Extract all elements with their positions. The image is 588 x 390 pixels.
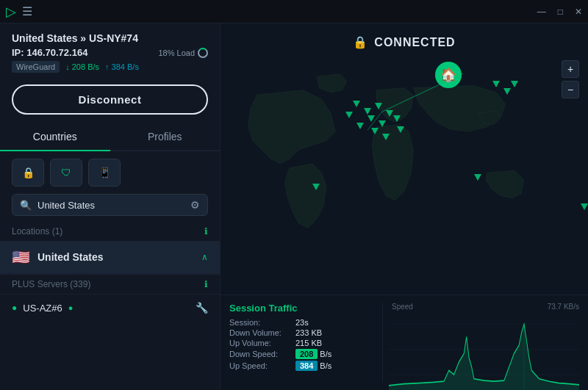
minimize-button[interactable]: — — [537, 7, 546, 17]
stat-down-vol-value: 233 KB — [295, 328, 322, 337]
maximize-button[interactable]: □ — [558, 7, 563, 17]
chart-max-value: 73.7 KB/s — [548, 303, 579, 311]
wrench-icon[interactable]: 🔧 — [196, 302, 208, 314]
country-name: United States — [37, 251, 103, 263]
stat-up-vol-label: Up Volume: — [229, 339, 295, 347]
close-button[interactable]: ✕ — [575, 7, 582, 17]
country-item-usa[interactable]: 🇺🇸 United States ∧ — [0, 241, 220, 274]
stat-down-vol-label: Down Volume: — [229, 328, 295, 337]
vpn-node — [503, 88, 511, 95]
tab-profiles[interactable]: Profiles — [110, 123, 220, 150]
vpn-node — [474, 174, 481, 181]
load-value: 18% Load — [158, 48, 195, 57]
right-panel: 🔒 CONNECTED — [220, 24, 588, 390]
titlebar-controls: — □ ✕ — [537, 7, 582, 17]
zoom-out-button[interactable]: − — [562, 81, 579, 98]
stat-session-value: 23s — [295, 318, 309, 327]
map-area: 🏠 — [220, 24, 588, 295]
ip-row: IP: 146.70.72.164 18% Load — [12, 47, 208, 58]
stat-session-label: Session: — [229, 318, 295, 327]
session-panel: Session Traffic Session: 23s Down Volume… — [220, 295, 588, 390]
filter-p2p-button[interactable]: 📱 — [88, 159, 121, 187]
speed-display: ↓ 208 B/s ↑ 384 B/s — [65, 62, 139, 71]
main-layout: United States » US-NY#74 IP: 146.70.72.1… — [0, 24, 588, 390]
server-connected-icon: ● — [68, 303, 74, 312]
stat-row-up-speed: Up Speed: 384 B/s — [229, 361, 376, 371]
session-title: Session Traffic — [229, 303, 376, 314]
map-controls: + − — [562, 60, 579, 98]
chart-area: Speed 73.7 KB/s — [382, 303, 579, 383]
plus-servers-label: PLUS Servers (339) — [12, 279, 90, 289]
stat-down-speed-label: Down Speed: — [229, 350, 295, 358]
stat-down-speed-badge: 208 — [295, 349, 318, 359]
connection-info: United States » US-NY#74 IP: 146.70.72.1… — [0, 24, 220, 79]
titlebar: ▷ ☰ — □ ✕ — [0, 0, 588, 24]
filter-all-button[interactable]: 🔒 — [12, 159, 44, 187]
stat-row-down-speed: Down Speed: 208 B/s — [229, 349, 376, 359]
plus-info-icon[interactable]: ℹ — [204, 279, 208, 289]
settings-icon[interactable]: ⚙ — [190, 199, 200, 211]
home-pin: 🏠 — [435, 62, 462, 88]
download-speed: ↓ 208 B/s — [65, 62, 99, 71]
vpn-node — [379, 120, 386, 127]
locations-header: Locations (1) ℹ — [0, 222, 220, 241]
connected-label: CONNECTED — [374, 36, 455, 49]
vpn-node — [511, 81, 518, 87]
vpn-node — [386, 110, 393, 117]
search-input[interactable] — [37, 200, 184, 211]
usa-flag-icon: 🇺🇸 — [12, 248, 30, 266]
zoom-in-button[interactable]: + — [562, 60, 579, 78]
lock-icon: 🔒 — [353, 35, 368, 49]
menu-icon[interactable]: ☰ — [22, 4, 32, 18]
titlebar-left: ▷ ☰ — [6, 4, 32, 20]
stat-up-unit: B/s — [320, 361, 331, 370]
chart-speed-label: Speed — [392, 303, 413, 311]
load-circle-icon — [198, 48, 208, 58]
tab-countries[interactable]: Countries — [0, 123, 110, 151]
server-name-label: US-AZ#6 — [23, 303, 62, 314]
filter-row: 🔒 🛡 📱 — [0, 151, 220, 194]
search-row: 🔍 ⚙ — [12, 194, 208, 216]
disconnect-button[interactable]: Disconnect — [12, 84, 208, 115]
vpn-node — [368, 115, 375, 122]
server-status-icon: ● — [12, 303, 17, 313]
vpn-node — [382, 134, 390, 140]
stat-down-unit: B/s — [320, 350, 331, 358]
locations-info-icon[interactable]: ℹ — [204, 226, 208, 236]
left-panel: United States » US-NY#74 IP: 146.70.72.1… — [0, 24, 220, 390]
vpn-node — [397, 126, 404, 133]
filter-plus-button[interactable]: 🛡 — [50, 159, 82, 187]
plus-servers-header: PLUS Servers (339) ℹ — [0, 274, 220, 294]
tabs: Countries Profiles — [0, 123, 220, 151]
vpn-node — [353, 101, 360, 107]
stat-row-down-vol: Down Volume: 233 KB — [229, 328, 376, 337]
stat-up-vol-value: 215 KB — [295, 339, 322, 347]
ip-label: IP: — [12, 47, 24, 58]
ip-value: 146.70.72.164 — [26, 47, 87, 58]
country-left: 🇺🇸 United States — [12, 248, 103, 266]
vpn-node — [492, 81, 500, 87]
stat-row-session: Session: 23s — [229, 318, 376, 327]
server-name: United States » US-NY#74 — [12, 32, 208, 44]
chevron-up-icon[interactable]: ∧ — [201, 252, 208, 262]
home-icon: 🏠 — [440, 67, 456, 83]
vpn-node — [371, 128, 379, 134]
world-map — [220, 24, 588, 295]
search-icon: 🔍 — [20, 200, 32, 211]
stat-up-speed-label: Up Speed: — [229, 361, 295, 370]
vpn-node — [345, 112, 353, 118]
ip-address: IP: 146.70.72.164 — [12, 47, 87, 58]
vpn-node — [364, 108, 371, 115]
upload-speed: ↑ 384 B/s — [105, 62, 139, 71]
vpn-node — [356, 123, 364, 129]
speed-chart — [389, 311, 579, 390]
vpn-node — [393, 115, 401, 122]
load-indicator: 18% Load — [158, 48, 208, 58]
server-item-az6[interactable]: ● US-AZ#6 ● 🔧 — [0, 294, 220, 321]
vpn-node — [312, 184, 320, 190]
stat-up-speed-badge: 384 — [295, 361, 318, 371]
protocol-badge: WireGuard — [12, 61, 60, 73]
logo-icon: ▷ — [6, 4, 16, 20]
protocol-row: WireGuard ↓ 208 B/s ↑ 384 B/s — [12, 61, 208, 73]
vpn-node — [581, 203, 588, 210]
